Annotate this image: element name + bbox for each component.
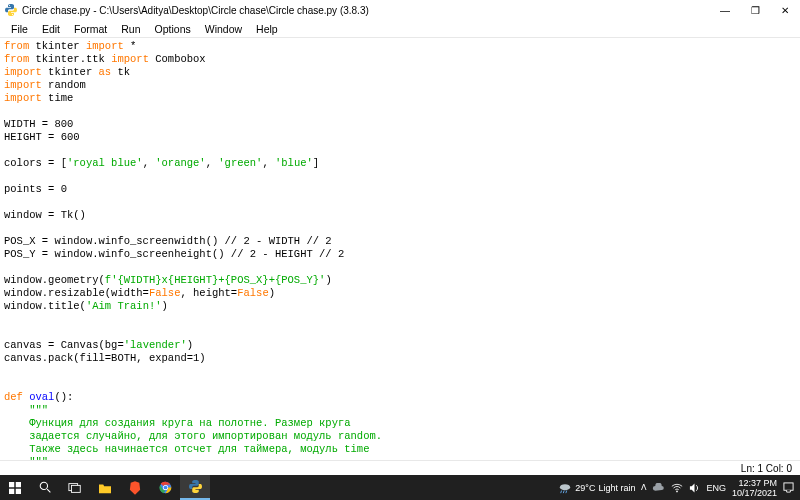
code-editor[interactable]: from tkinter import * from tkinter.ttk i… bbox=[0, 38, 800, 460]
menu-help[interactable]: Help bbox=[249, 21, 285, 37]
menu-format[interactable]: Format bbox=[67, 21, 114, 37]
app-icon bbox=[4, 3, 18, 17]
taskbar-search[interactable] bbox=[30, 475, 60, 500]
svg-point-12 bbox=[163, 486, 167, 490]
tray-volume-icon[interactable] bbox=[689, 483, 700, 493]
window-controls: — ❐ ✕ bbox=[710, 0, 800, 20]
taskbar: 29°C Light rain ᐱ ENG 12:37 PM 10/17/202… bbox=[0, 475, 800, 500]
minimize-button[interactable]: — bbox=[710, 0, 740, 20]
tray-wifi-icon[interactable] bbox=[671, 483, 683, 493]
menu-run[interactable]: Run bbox=[114, 21, 147, 37]
svg-line-15 bbox=[564, 490, 565, 493]
weather-icon bbox=[558, 482, 572, 494]
weather-widget[interactable]: 29°C Light rain bbox=[558, 482, 635, 494]
title-bar: Circle chase.py - C:\Users\Aditya\Deskto… bbox=[0, 0, 800, 20]
tray-date: 10/17/2021 bbox=[732, 488, 777, 498]
svg-rect-2 bbox=[9, 482, 14, 487]
menu-file[interactable]: File bbox=[4, 21, 35, 37]
svg-rect-3 bbox=[16, 482, 21, 487]
menu-bar: File Edit Format Run Options Window Help bbox=[0, 20, 800, 38]
taskbar-taskview[interactable] bbox=[60, 475, 90, 500]
tray-chevron-icon[interactable]: ᐱ bbox=[641, 483, 646, 492]
weather-desc: Light rain bbox=[598, 483, 635, 493]
svg-rect-4 bbox=[9, 488, 14, 493]
weather-temp: 29°C bbox=[575, 483, 595, 493]
tray-clock[interactable]: 12:37 PM 10/17/2021 bbox=[732, 478, 777, 498]
svg-point-6 bbox=[40, 482, 47, 489]
tray-time: 12:37 PM bbox=[732, 478, 777, 488]
menu-edit[interactable]: Edit bbox=[35, 21, 67, 37]
taskbar-app-explorer[interactable] bbox=[90, 475, 120, 500]
svg-rect-9 bbox=[72, 485, 81, 492]
svg-point-0 bbox=[9, 5, 10, 6]
svg-point-13 bbox=[560, 484, 570, 490]
svg-point-17 bbox=[677, 490, 679, 492]
tray-onedrive-icon[interactable] bbox=[652, 483, 665, 492]
menu-options[interactable]: Options bbox=[148, 21, 198, 37]
taskbar-app-idle[interactable] bbox=[180, 475, 210, 500]
svg-line-14 bbox=[561, 490, 562, 493]
status-bar: Ln: 1 Col: 0 bbox=[0, 460, 800, 475]
svg-line-16 bbox=[566, 490, 567, 493]
window-title: Circle chase.py - C:\Users\Aditya\Deskto… bbox=[22, 5, 710, 16]
taskbar-app-chrome[interactable] bbox=[150, 475, 180, 500]
cursor-position: Ln: 1 Col: 0 bbox=[741, 463, 792, 474]
svg-line-7 bbox=[47, 489, 50, 492]
taskbar-app-brave[interactable] bbox=[120, 475, 150, 500]
svg-point-1 bbox=[12, 14, 13, 15]
system-tray: 29°C Light rain ᐱ ENG 12:37 PM 10/17/202… bbox=[558, 478, 800, 498]
tray-language-icon[interactable]: ENG bbox=[706, 483, 726, 493]
menu-window[interactable]: Window bbox=[198, 21, 249, 37]
maximize-button[interactable]: ❐ bbox=[740, 0, 770, 20]
close-button[interactable]: ✕ bbox=[770, 0, 800, 20]
tray-notifications-icon[interactable] bbox=[783, 482, 794, 493]
svg-rect-18 bbox=[784, 483, 793, 490]
start-button[interactable] bbox=[0, 475, 30, 500]
svg-rect-5 bbox=[16, 488, 21, 493]
